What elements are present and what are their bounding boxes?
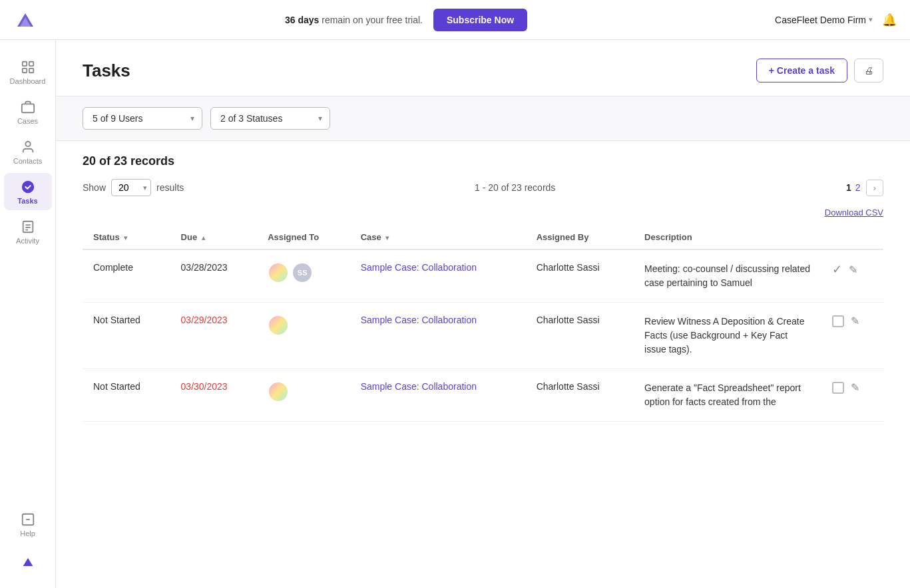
print-button[interactable]: 🖨 bbox=[854, 59, 883, 82]
assigned-by-cell: Charlotte Sassi bbox=[526, 303, 634, 369]
actions-cell: ✎ bbox=[821, 303, 883, 369]
status-cell: Not Started bbox=[83, 369, 170, 422]
firm-name-label: CaseFleet Demo Firm bbox=[775, 15, 866, 25]
sidebar-item-contacts[interactable]: Contacts bbox=[4, 133, 52, 170]
tasks-table: Status ▾ Due ▴ Assigned To Case ▾ Assign… bbox=[83, 225, 883, 422]
avatar bbox=[268, 315, 289, 336]
assigned-to-cell bbox=[257, 369, 350, 422]
table-row: Complete 03/28/2023 SS Sample Case: Coll… bbox=[83, 249, 883, 303]
sidebar-item-label: Tasks bbox=[17, 197, 37, 205]
sidebar-item-help[interactable]: Help bbox=[4, 506, 52, 543]
col-due: Due ▴ bbox=[170, 225, 258, 249]
col-status: Status ▾ bbox=[83, 225, 170, 249]
complete-checkbox[interactable] bbox=[832, 382, 844, 394]
case-cell: Sample Case: Collaboration bbox=[350, 369, 526, 422]
sidebar-item-brand-footer bbox=[4, 548, 52, 575]
sidebar-item-label: Contacts bbox=[13, 157, 42, 165]
description-cell: Meeting: co-counsel / discussing related… bbox=[634, 249, 821, 303]
show-label: Show bbox=[83, 182, 106, 193]
svg-rect-0 bbox=[22, 62, 26, 66]
description-cell: Review Witness A Deposition & Create Fac… bbox=[634, 303, 821, 369]
sidebar-item-tasks[interactable]: Tasks bbox=[4, 173, 52, 210]
pagination-range: 1 - 20 of 23 records bbox=[475, 182, 555, 193]
svg-rect-3 bbox=[29, 69, 33, 73]
sort-icon[interactable]: ▾ bbox=[385, 234, 389, 241]
records-summary: 20 of 23 records bbox=[83, 154, 883, 168]
statuses-filter-wrapper: 2 of 3 Statuses bbox=[210, 107, 330, 130]
complete-icon[interactable]: ✓ bbox=[832, 262, 842, 277]
sidebar-item-activity[interactable]: Activity bbox=[4, 213, 52, 250]
trial-days: 36 days bbox=[285, 15, 319, 25]
edit-icon[interactable]: ✎ bbox=[851, 381, 859, 394]
topbar: 36 days remain on your free trial. Subsc… bbox=[0, 0, 910, 40]
results-label: results bbox=[156, 182, 184, 193]
page-2[interactable]: 2 bbox=[855, 182, 861, 193]
case-cell: Sample Case: Collaboration bbox=[350, 249, 526, 303]
edit-icon[interactable]: ✎ bbox=[851, 315, 859, 327]
next-page-button[interactable]: › bbox=[866, 180, 883, 196]
status-cell: Complete bbox=[83, 249, 170, 303]
complete-checkbox[interactable] bbox=[832, 315, 844, 327]
users-filter[interactable]: 5 of 9 Users bbox=[83, 107, 202, 130]
sort-icon[interactable]: ▾ bbox=[124, 234, 127, 241]
main-content: Tasks + Create a task 🖨 5 of 9 Users 2 o… bbox=[56, 40, 910, 588]
printer-icon: 🖨 bbox=[864, 65, 873, 76]
svg-point-6 bbox=[22, 182, 33, 193]
col-description: Description bbox=[634, 225, 821, 249]
logo[interactable] bbox=[13, 8, 37, 32]
sidebar-item-label: Cases bbox=[17, 117, 38, 125]
case-link[interactable]: Sample Case: Collaboration bbox=[361, 262, 477, 273]
trial-info: 36 days remain on your free trial. Subsc… bbox=[285, 9, 527, 31]
due-cell: 03/30/2023 bbox=[170, 369, 258, 422]
case-link[interactable]: Sample Case: Collaboration bbox=[361, 381, 477, 392]
actions-cell: ✎ bbox=[821, 369, 883, 422]
create-task-button[interactable]: + Create a task bbox=[756, 59, 847, 82]
svg-rect-4 bbox=[21, 104, 33, 112]
svg-point-5 bbox=[25, 142, 30, 146]
due-cell: 03/29/2023 bbox=[170, 303, 258, 369]
page-1[interactable]: 1 bbox=[846, 182, 851, 193]
svg-rect-2 bbox=[22, 69, 26, 73]
svg-rect-1 bbox=[29, 62, 33, 66]
pagination-row: Show 20 50 100 results 1 - 20 of 23 reco… bbox=[83, 179, 883, 202]
assigned-to-cell bbox=[257, 303, 350, 369]
edit-icon[interactable]: ✎ bbox=[849, 263, 857, 276]
table-row: Not Started 03/30/2023 Sample Case: Coll… bbox=[83, 369, 883, 422]
show-per-page-select[interactable]: 20 50 100 bbox=[111, 179, 151, 196]
due-cell: 03/28/2023 bbox=[170, 249, 258, 303]
notification-bell-icon[interactable]: 🔔 bbox=[882, 13, 897, 27]
pagination-right: 1 2 › bbox=[846, 180, 883, 196]
avatar bbox=[268, 381, 289, 402]
status-cell: Not Started bbox=[83, 303, 170, 369]
sort-asc-icon[interactable]: ▴ bbox=[202, 234, 205, 241]
show-results: Show 20 50 100 results bbox=[83, 179, 184, 196]
sidebar-item-dashboard[interactable]: Dashboard bbox=[4, 53, 52, 90]
actions-cell: ✓ ✎ bbox=[821, 249, 883, 303]
col-assigned-to: Assigned To bbox=[257, 225, 350, 249]
download-csv-link[interactable]: Download CSV bbox=[825, 208, 883, 218]
firm-selector[interactable]: CaseFleet Demo Firm ▾ bbox=[775, 15, 873, 25]
sidebar: Dashboard Cases Contacts Tasks Activity … bbox=[0, 40, 56, 588]
users-filter-wrapper: 5 of 9 Users bbox=[83, 107, 202, 130]
avatar bbox=[268, 262, 289, 283]
filter-bar: 5 of 9 Users 2 of 3 Statuses bbox=[56, 96, 910, 141]
sidebar-item-label: Help bbox=[20, 529, 35, 537]
page-title: Tasks bbox=[83, 61, 130, 81]
col-case: Case ▾ bbox=[350, 225, 526, 249]
statuses-filter[interactable]: 2 of 3 Statuses bbox=[210, 107, 330, 130]
avatar: SS bbox=[292, 262, 313, 283]
sidebar-item-cases[interactable]: Cases bbox=[4, 93, 52, 130]
pagination-center: 1 - 20 of 23 records bbox=[475, 182, 555, 193]
page-numbers: 1 2 bbox=[846, 182, 861, 193]
subscribe-button[interactable]: Subscribe Now bbox=[433, 9, 527, 31]
sidebar-item-label: Activity bbox=[16, 237, 39, 245]
topbar-right: CaseFleet Demo Firm ▾ 🔔 bbox=[775, 13, 897, 27]
assigned-by-cell: Charlotte Sassi bbox=[526, 249, 634, 303]
header-actions: + Create a task 🖨 bbox=[756, 59, 883, 82]
case-cell: Sample Case: Collaboration bbox=[350, 303, 526, 369]
trial-suffix: remain on your free trial. bbox=[319, 15, 423, 25]
chevron-down-icon: ▾ bbox=[869, 15, 873, 24]
table-row: Not Started 03/29/2023 Sample Case: Coll… bbox=[83, 303, 883, 369]
case-link[interactable]: Sample Case: Collaboration bbox=[361, 315, 477, 325]
assigned-by-cell: Charlotte Sassi bbox=[526, 369, 634, 422]
